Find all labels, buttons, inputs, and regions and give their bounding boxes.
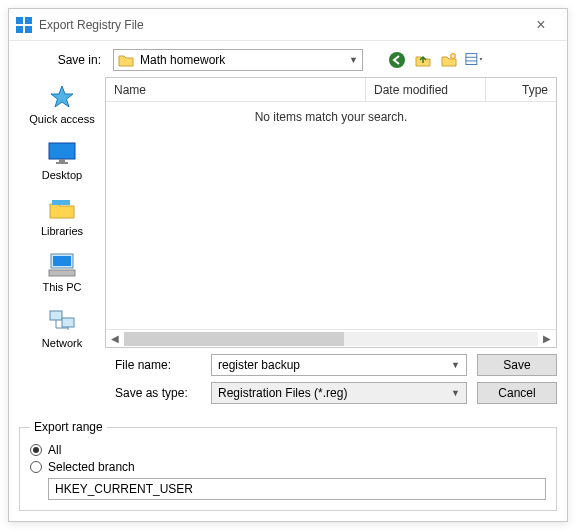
scroll-thumb[interactable]: [124, 332, 344, 346]
col-date[interactable]: Date modified: [366, 78, 486, 101]
svg-rect-3: [25, 26, 32, 33]
svg-rect-10: [59, 159, 65, 162]
saveastype-value: Registration Files (*.reg): [218, 386, 451, 400]
app-icon: [15, 16, 33, 34]
radio-all-label: All: [48, 443, 61, 457]
window-title: Export Registry File: [39, 18, 521, 32]
svg-rect-0: [16, 17, 23, 24]
place-label: Quick access: [29, 113, 94, 125]
radio-selected-row[interactable]: Selected branch: [30, 460, 546, 474]
libraries-icon: [46, 195, 78, 223]
branch-value: HKEY_CURRENT_USER: [55, 482, 193, 496]
horizontal-scrollbar[interactable]: ◀ ▶: [106, 329, 556, 347]
svg-rect-11: [56, 162, 68, 164]
col-name[interactable]: Name: [106, 78, 366, 101]
svg-rect-17: [62, 318, 74, 327]
svg-rect-2: [16, 26, 23, 33]
savein-combo[interactable]: Math homework ▼: [113, 49, 363, 71]
empty-message: No items match your search.: [255, 110, 408, 124]
svg-point-4: [389, 52, 405, 68]
savein-value: Math homework: [140, 53, 349, 67]
saveastype-combo[interactable]: Registration Files (*.reg) ▼: [211, 382, 467, 404]
export-range-group: Export range All Selected branch HKEY_CU…: [19, 420, 557, 511]
radio-selected[interactable]: [30, 461, 42, 473]
places-bar: Quick access Desktop Libraries This PC: [19, 77, 105, 348]
new-folder-icon[interactable]: [439, 50, 459, 70]
view-menu-icon[interactable]: [465, 50, 485, 70]
radio-all-row[interactable]: All: [30, 443, 546, 457]
titlebar: Export Registry File ×: [9, 9, 567, 41]
scroll-track[interactable]: [124, 332, 538, 346]
scroll-right-icon[interactable]: ▶: [538, 333, 556, 344]
place-label: This PC: [42, 281, 81, 293]
back-icon[interactable]: [387, 50, 407, 70]
svg-rect-12: [52, 200, 70, 205]
file-list: Name Date modified Type No items match y…: [105, 77, 557, 348]
filename-value: register backup: [218, 358, 451, 372]
toolbar-icons: [387, 50, 485, 70]
list-body: No items match your search.: [106, 102, 556, 329]
place-network[interactable]: Network: [42, 307, 82, 349]
export-registry-dialog: Export Registry File × Save in: Math hom…: [8, 8, 568, 522]
scroll-left-icon[interactable]: ◀: [106, 333, 124, 344]
place-label: Libraries: [41, 225, 83, 237]
place-label: Desktop: [42, 169, 82, 181]
svg-rect-9: [49, 143, 75, 159]
list-header: Name Date modified Type: [106, 78, 556, 102]
folder-icon: [118, 53, 134, 67]
fields-area: File name: register backup ▼ Save Save a…: [9, 348, 567, 420]
pc-icon: [46, 251, 78, 279]
close-button[interactable]: ×: [521, 16, 561, 34]
filename-label: File name:: [115, 358, 201, 372]
chevron-down-icon: ▼: [349, 55, 358, 65]
chevron-down-icon: ▼: [451, 360, 460, 370]
svg-rect-14: [53, 256, 71, 266]
network-icon: [46, 307, 78, 335]
place-quick-access[interactable]: Quick access: [29, 83, 94, 125]
place-libraries[interactable]: Libraries: [41, 195, 83, 237]
savein-row: Save in: Math homework ▼: [9, 41, 567, 77]
saveastype-label: Save as type:: [115, 386, 201, 400]
body-row: Quick access Desktop Libraries This PC: [9, 77, 567, 348]
save-button[interactable]: Save: [477, 354, 557, 376]
up-folder-icon[interactable]: [413, 50, 433, 70]
svg-rect-6: [466, 54, 477, 65]
svg-rect-16: [50, 311, 62, 320]
desktop-icon: [46, 139, 78, 167]
chevron-down-icon: ▼: [451, 388, 460, 398]
export-range-legend: Export range: [30, 420, 107, 434]
svg-rect-1: [25, 17, 32, 24]
radio-all[interactable]: [30, 444, 42, 456]
place-thispc[interactable]: This PC: [42, 251, 81, 293]
cancel-button[interactable]: Cancel: [477, 382, 557, 404]
radio-selected-label: Selected branch: [48, 460, 135, 474]
place-desktop[interactable]: Desktop: [42, 139, 82, 181]
branch-input[interactable]: HKEY_CURRENT_USER: [48, 478, 546, 500]
filename-input[interactable]: register backup ▼: [211, 354, 467, 376]
star-icon: [46, 83, 78, 111]
svg-rect-15: [49, 270, 75, 276]
col-type[interactable]: Type: [486, 78, 556, 101]
savein-label: Save in:: [19, 53, 107, 67]
